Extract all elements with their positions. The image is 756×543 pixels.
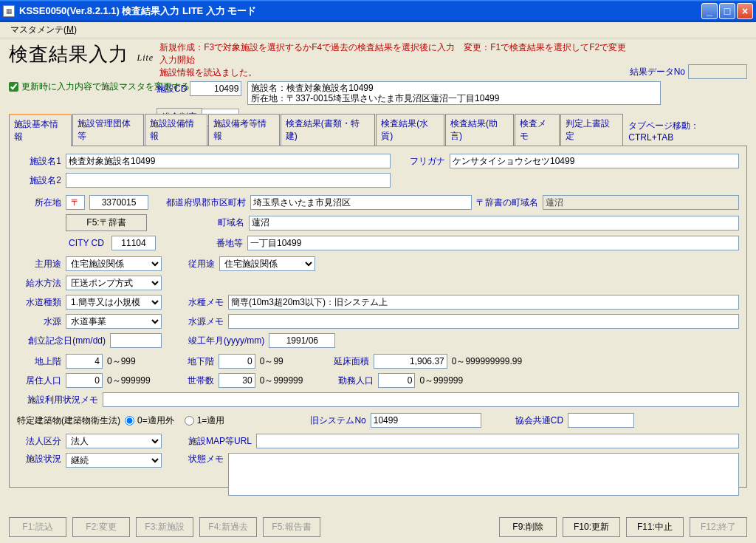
tokutei-radio-1[interactable] [185, 416, 194, 426]
update-master-checkbox[interactable] [9, 82, 18, 92]
tab-basic-info[interactable]: 施設基本情報 [9, 114, 72, 146]
citycd-field[interactable] [111, 236, 156, 250]
window-buttons: _ □ × [701, 3, 753, 19]
tokutei-radio-0[interactable] [125, 416, 134, 426]
page-title: 検査結果入力 Lite [9, 41, 154, 67]
riyou-memo-field[interactable] [103, 392, 739, 407]
tab-management[interactable]: 施設管理団体等 [72, 114, 144, 146]
f3-button[interactable]: F3:新施設 [136, 517, 193, 537]
chika-label: 地下階 [177, 355, 214, 368]
tab-result-water[interactable]: 検査結果(水質) [376, 114, 444, 146]
f4-button[interactable]: F4:新過去 [199, 517, 257, 537]
menu-master[interactable]: マスタメンテ(M) [6, 22, 81, 38]
facility-header-row: 施設CD 施設名：検査対象施設名10499 所在地：〒337-0015埼玉県さい… [157, 81, 747, 105]
tab-result-advice[interactable]: 検査結果(助言) [445, 114, 514, 146]
name2-field[interactable] [66, 173, 391, 188]
mapurl-label: 施設MAP等URL [188, 435, 252, 448]
kyokai-label: 協会共通CD [515, 414, 563, 427]
chika-field[interactable] [219, 354, 255, 369]
suishumemo-label: 水種メモ [188, 296, 224, 309]
tabs: 施設基本情報 施設管理団体等 施設設備情報 施設備考等情報 検査結果(書類・特建… [9, 113, 747, 146]
suigenmemo-field[interactable] [228, 314, 739, 329]
juyouto-select[interactable]: 住宅施設関係 [219, 256, 315, 271]
shisetsu-cd-label: 施設CD [157, 83, 187, 95]
maximize-button[interactable]: □ [719, 3, 735, 19]
name1-field[interactable] [66, 154, 391, 168]
f11-button[interactable]: F11:中止 [626, 517, 684, 537]
suishumemo-field[interactable] [228, 295, 739, 310]
kyokai-field[interactable] [568, 413, 634, 428]
tokutei-opt1[interactable]: 1=適用 [185, 414, 225, 427]
tab-memo[interactable]: 検査メモ [515, 114, 560, 146]
f2-button[interactable]: F2:変更 [72, 517, 130, 537]
page-title-lite: Lite [137, 52, 154, 63]
shunkou-label: 竣工年月(yyyy/mm) [188, 335, 264, 347]
tab-override[interactable]: 判定上書設定 [560, 114, 623, 146]
joukyou-select[interactable]: 継続 [66, 453, 162, 468]
joukyou-label: 施設状況 [17, 453, 61, 465]
f12-button[interactable]: F12:終了 [690, 517, 747, 537]
f5-dict-button[interactable]: F5:〒辞書 [66, 214, 147, 231]
shisetsu-cd-field[interactable] [190, 81, 241, 96]
tokutei-radio-group: 0=適用外 1=適用 [125, 414, 224, 427]
suigen-label: 水源 [17, 315, 61, 328]
dict-label: 〒辞書の町域名 [476, 197, 538, 209]
tokutei-opt0[interactable]: 0=適用外 [125, 414, 174, 427]
tab-remarks[interactable]: 施設備考等情報 [208, 114, 280, 146]
shuyouto-select[interactable]: 住宅施設関係 [66, 256, 162, 271]
window-title: KSSE0050(Ver.8.2.1.1) 検査結果入力 LITE 入力 モード [19, 4, 701, 18]
setai-label: 世帯数 [177, 375, 214, 387]
chijou-field[interactable] [66, 354, 103, 369]
status-text: 施設情報を読込ました。 [159, 66, 629, 79]
close-button[interactable]: × [737, 3, 753, 19]
tab-shortcut-hint: タブページ移動：CTRL+TAB [624, 117, 747, 146]
setai-field[interactable] [219, 373, 255, 388]
minimize-button[interactable]: _ [701, 3, 718, 19]
f10-button[interactable]: F10:更新 [563, 517, 620, 537]
chijou-range: 0～999 [107, 355, 136, 368]
kyusui-select[interactable]: 圧送ポンプ方式 [66, 276, 162, 290]
citycd-label: CITY CD [66, 238, 107, 248]
oldsys-field[interactable] [371, 413, 481, 428]
banchi-field[interactable] [247, 236, 739, 250]
menseki-label: 延床面積 [325, 355, 369, 368]
form-panel: 施設名1 フリガナ 施設名2 所在地 〒 都道府県郡市区町村 〒辞書の町域名 F… [9, 146, 747, 488]
kyoju-label: 居住人口 [17, 375, 61, 387]
kyusui-label: 給水方法 [17, 277, 61, 290]
kyoju-range: 0～999999 [107, 375, 151, 387]
furigana-field[interactable] [450, 154, 739, 168]
souritsu-field[interactable] [110, 333, 162, 348]
facility-info-box: 施設名：検査対象施設名10499 所在地：〒337-0015埼玉県さいたま市見沼… [247, 81, 661, 105]
f5-button[interactable]: F5:報告書 [263, 517, 320, 537]
pref-field[interactable] [250, 195, 472, 210]
suidoukind-select[interactable]: 1.簡専又は小規模 [66, 295, 162, 310]
machi-field[interactable] [249, 216, 739, 230]
addr-label: 所在地 [17, 197, 61, 209]
joutai-memo-field[interactable] [228, 453, 739, 496]
f1-button[interactable]: F1:読込 [9, 517, 66, 537]
houjin-select[interactable]: 法人 [66, 434, 162, 448]
kinmu-label: 勤務人口 [329, 375, 374, 387]
postcode-field[interactable] [89, 195, 148, 210]
suigenmemo-label: 水源メモ [188, 315, 224, 328]
app-icon: ▦ [3, 5, 15, 17]
menseki-field[interactable] [374, 354, 447, 369]
riyou-memo-label: 施設利用状況メモ [17, 394, 98, 406]
tokutei-label: 特定建築物(建築物衛生法) [17, 414, 120, 427]
facility-addr-line: 所在地：〒337-0015埼玉県さいたま市見沼区蓮沼一丁目10499 [251, 93, 657, 103]
mapurl-field[interactable] [256, 434, 739, 448]
souritsu-label: 創立記念日(mm/dd) [17, 335, 106, 347]
furigana-label: フリガナ [410, 155, 445, 168]
f9-button[interactable]: F9:削除 [499, 517, 557, 537]
kinmu-field[interactable] [378, 373, 415, 388]
menubar: マスタメンテ(M) [0, 22, 756, 38]
result-data-label: 結果データNo [630, 66, 685, 78]
shunkou-field[interactable] [269, 333, 335, 348]
page-title-text: 検査結果入力 [9, 44, 128, 65]
suigen-select[interactable]: 水道事業 [66, 314, 162, 329]
footer-bar: F1:読込 F2:変更 F3:新施設 F4:新過去 F5:報告書 F9:削除 F… [9, 517, 747, 537]
instruction-text: 新規作成：F3で対象施設を選択するかF4で過去の検査結果を選択後に入力 変更：F… [159, 41, 629, 66]
kyoju-field[interactable] [66, 373, 103, 388]
tab-equipment[interactable]: 施設設備情報 [145, 114, 207, 146]
tab-result-docs[interactable]: 検査結果(書類・特建) [281, 114, 375, 146]
